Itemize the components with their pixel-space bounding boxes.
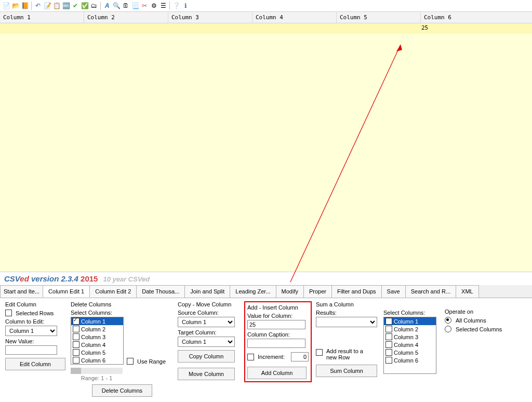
tab-leading-zero[interactable]: Leading Zer... [230, 285, 276, 298]
font-icon[interactable]: A [103, 2, 111, 10]
list-item[interactable]: Column 1 [71, 317, 123, 325]
checkbox-icon[interactable] [73, 318, 79, 325]
list-item[interactable]: Column 6 [384, 356, 436, 364]
list-item[interactable]: Column 5 [384, 349, 436, 356]
source-column-select[interactable]: Column 1 [178, 317, 235, 327]
table-row[interactable]: 25 [0, 23, 532, 34]
checkbox-icon[interactable] [385, 326, 392, 332]
open-icon[interactable]: 📂 [11, 2, 20, 10]
sum-column-button[interactable]: Sum Column [316, 365, 377, 377]
new-icon[interactable]: 📄 [2, 2, 10, 10]
tab-date-thousand[interactable]: Date Thousa... [136, 285, 185, 298]
column-to-edit-select[interactable]: Column 1 [5, 326, 57, 336]
list-icon[interactable]: ☰ [159, 2, 167, 10]
copy-column-button[interactable]: Copy Column [178, 350, 235, 363]
radio-label: All Columns [456, 317, 486, 324]
list-item[interactable]: Column 2 [71, 325, 123, 333]
all-columns-radio[interactable]: All Columns [445, 317, 507, 324]
edit-icon[interactable]: 📝 [43, 2, 51, 10]
grid-cell[interactable] [167, 23, 251, 34]
column-header[interactable]: Column 1 [0, 12, 84, 23]
grid-cell[interactable] [84, 23, 167, 34]
calendar-icon[interactable]: 🗓 [122, 2, 130, 10]
add-result-checkbox[interactable]: Add result to a new Row [316, 348, 378, 360]
grid-body[interactable]: 25 [0, 23, 532, 272]
tab-column-edit-1[interactable]: Column Edit 1 [43, 285, 90, 298]
list-item[interactable]: Column 4 [384, 341, 436, 349]
tab-filter-dups[interactable]: Filter and Dups [331, 285, 382, 298]
tab-proper[interactable]: Proper [303, 285, 332, 298]
list-item[interactable]: Column 5 [71, 349, 123, 356]
column-header[interactable]: Column 5 [337, 12, 421, 23]
checkbox-icon[interactable] [385, 318, 392, 325]
tab-column-edit-2[interactable]: Column Edit 2 [89, 285, 137, 298]
list-item[interactable]: Column 6 [71, 356, 123, 364]
increment-checkbox[interactable] [247, 354, 254, 360]
add-column-button[interactable]: Add Column [247, 367, 307, 379]
checkbox-icon[interactable] [385, 333, 392, 340]
checkbox-icon[interactable] [385, 349, 392, 356]
checkbox-icon[interactable] [127, 358, 134, 365]
grid-cell[interactable] [335, 23, 418, 34]
results-select[interactable] [316, 317, 377, 327]
column-header[interactable]: Column 3 [168, 12, 252, 23]
checkbox-icon[interactable] [73, 341, 79, 348]
checkbox-icon[interactable] [73, 326, 79, 332]
sum-columns-listbox[interactable]: Column 1 Column 2 Column 3 Column 4 Colu… [383, 317, 436, 374]
tab-search-replace[interactable]: Search and R... [405, 285, 456, 298]
list-item[interactable]: Column 4 [71, 341, 123, 349]
list-item[interactable]: Column 1 [384, 317, 436, 325]
gear-icon[interactable]: ⚙ [150, 2, 158, 10]
checkbox-icon[interactable] [5, 310, 12, 316]
list-item[interactable]: Column 3 [384, 333, 436, 341]
tab-start[interactable]: Start and Ite... [0, 285, 43, 298]
undo-icon[interactable]: ↶ [34, 2, 42, 10]
checkbox-icon[interactable] [73, 333, 79, 340]
value-for-column-input[interactable] [247, 320, 305, 329]
increment-input[interactable] [291, 352, 309, 361]
range-slider[interactable] [71, 368, 123, 374]
radio-icon[interactable] [445, 326, 451, 332]
tab-save[interactable]: Save [381, 285, 406, 298]
edit-column-button[interactable]: Edit Column [5, 358, 65, 370]
column-header[interactable]: Column 4 [252, 12, 337, 23]
delete-columns-button[interactable]: Delete Columns [92, 384, 152, 397]
target-column-select[interactable]: Column 1 [178, 337, 235, 347]
tab-xml[interactable]: XML [456, 285, 479, 298]
menu-icon[interactable]: 🗂 [90, 2, 98, 10]
tab-modify[interactable]: Modify [276, 285, 304, 298]
checkbox-icon[interactable] [73, 349, 79, 356]
selected-rows-checkbox[interactable]: Selected Rows [5, 310, 66, 316]
highlight-icon[interactable]: 📋 [52, 2, 61, 10]
grid-cell[interactable] [0, 23, 84, 34]
column-header[interactable]: Column 2 [84, 12, 168, 23]
column-caption-input[interactable] [247, 339, 305, 348]
checkbox-icon[interactable] [385, 341, 392, 348]
list-item-label: Column 4 [394, 342, 418, 348]
list-item[interactable]: Column 3 [71, 333, 123, 341]
tools-icon[interactable]: ✂ [140, 2, 149, 10]
list-item[interactable]: Column 2 [384, 325, 436, 333]
find-icon[interactable]: 🔤 [62, 2, 70, 10]
book-icon[interactable]: 📙 [21, 2, 29, 10]
shield-icon[interactable]: ✅ [81, 2, 89, 10]
help-icon[interactable]: ❔ [172, 2, 180, 10]
selected-columns-radio[interactable]: Selected Columns [445, 326, 507, 332]
check-icon[interactable]: ✔ [71, 2, 79, 10]
move-column-button[interactable]: Move Column [178, 368, 235, 380]
grid-cell[interactable]: 25 [418, 23, 491, 34]
delete-columns-listbox[interactable]: Column 1 Column 2 Column 3 Column 4 Colu… [71, 317, 124, 365]
radio-icon[interactable] [445, 317, 451, 324]
list-item-label: Column 3 [81, 334, 105, 340]
new-value-input[interactable] [5, 345, 57, 355]
zoom-icon[interactable]: 🔍 [112, 2, 121, 10]
page-icon[interactable]: 📃 [131, 2, 139, 10]
info-icon[interactable]: ℹ [181, 2, 190, 10]
column-header[interactable]: Column 6 [421, 12, 494, 23]
grid-cell[interactable] [251, 23, 335, 34]
checkbox-icon[interactable] [385, 357, 392, 364]
use-range-checkbox[interactable]: Use Range [127, 358, 166, 365]
checkbox-icon[interactable] [73, 357, 79, 364]
tab-join-split[interactable]: Join and Split [184, 285, 230, 298]
checkbox-icon[interactable] [316, 349, 323, 356]
